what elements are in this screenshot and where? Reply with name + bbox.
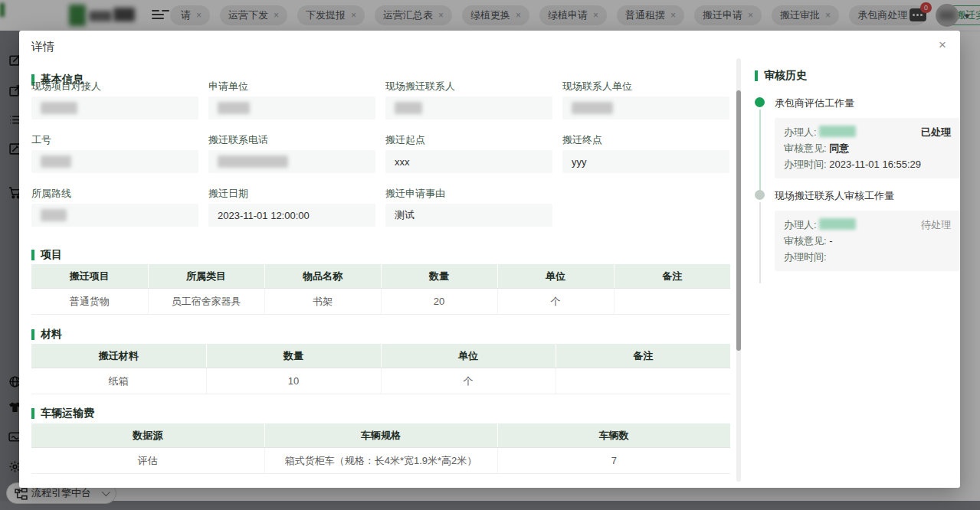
modal-scrollbar[interactable] bbox=[736, 58, 741, 482]
field-site-contact: 现场项目对接人 bbox=[31, 80, 198, 119]
field-work-id: 工号 bbox=[31, 133, 198, 173]
project-table: 搬迁项目 所属类目 物品名称 数量 单位 备注 普通货物 员工宿舍家器具 书架 … bbox=[31, 264, 730, 315]
table-header-row: 搬迁项目 所属类目 物品名称 数量 单位 备注 bbox=[31, 264, 730, 289]
audit-item-pending: 现场搬迁联系人审核工作量 待处理 办理人: 审核意见: - 办理时间: bbox=[755, 189, 960, 271]
close-icon[interactable]: × bbox=[939, 38, 946, 51]
redacted-value bbox=[41, 155, 71, 168]
field-value bbox=[31, 96, 198, 119]
field-phone: 搬迁联系电话 bbox=[208, 133, 375, 173]
status-badge: 已处理 bbox=[921, 124, 951, 140]
audit-opinion: 同意 bbox=[829, 142, 849, 154]
field-value bbox=[562, 96, 729, 119]
section-material: 材料 bbox=[31, 328, 62, 342]
field-origin: 搬迁起点 xxx bbox=[385, 133, 552, 173]
audit-card: 待处理 办理人: 审核意见: - 办理时间: bbox=[775, 211, 960, 271]
section-marker bbox=[755, 70, 758, 81]
redacted-value bbox=[395, 102, 422, 114]
table-row: 纸箱 10 个 bbox=[31, 368, 730, 394]
section-marker bbox=[31, 329, 34, 340]
field-value bbox=[31, 150, 198, 173]
audit-time: 2023-11-01 16:55:29 bbox=[829, 159, 921, 170]
field-value bbox=[208, 150, 375, 173]
table-header-row: 搬迁材料 数量 单位 备注 bbox=[31, 344, 730, 368]
material-table: 搬迁材料 数量 单位 备注 纸箱 10 个 bbox=[31, 344, 730, 394]
vehicle-table: 数据源 车辆规格 车辆数 评估 箱式货柜车（规格：长4米*宽1.9米*高2米） … bbox=[31, 423, 730, 474]
field-value: yyy bbox=[562, 150, 729, 173]
field-move-contact: 现场搬迁联系人 bbox=[385, 80, 552, 119]
redacted-value bbox=[218, 102, 250, 114]
audit-history-panel: 审核历史 承包商评估工作量 已处理 办理人: 审核意见: 同意 办理时间: 20… bbox=[755, 69, 960, 282]
status-badge: 待处理 bbox=[921, 217, 951, 233]
redacted-handler bbox=[819, 126, 856, 137]
timeline-dot-done bbox=[755, 97, 765, 107]
screen: 请× 运营下发× 下发提报× 运营汇总表× 绿植更换× 绿植申请× 普通租摆× … bbox=[0, 0, 980, 510]
field-apply-unit: 申请单位 bbox=[208, 80, 375, 119]
field-reason: 搬迁申请事由 测试 bbox=[385, 187, 552, 227]
field-value bbox=[31, 204, 198, 227]
field-move-date: 搬迁日期 2023-11-01 12:00:00 bbox=[208, 187, 375, 227]
field-value bbox=[385, 96, 552, 119]
section-marker bbox=[31, 408, 34, 419]
section-project: 项目 bbox=[31, 248, 62, 262]
section-marker bbox=[31, 250, 34, 260]
field-contact-unit: 现场联系人单位 bbox=[562, 80, 729, 119]
field-value: 2023-11-01 12:00:00 bbox=[208, 204, 375, 227]
scrollbar-thumb[interactable] bbox=[736, 90, 741, 351]
timeline-dot-pending bbox=[755, 190, 765, 200]
audit-item-done: 承包商评估工作量 已处理 办理人: 审核意见: 同意 办理时间: 2023-11… bbox=[755, 96, 960, 178]
detail-modal: 详情 × 基本信息 现场项目对接人 申请单位 现场搬迁联系人 现场联系人单位 bbox=[19, 31, 960, 488]
field-value: 测试 bbox=[385, 204, 552, 227]
timeline-line bbox=[759, 202, 761, 283]
field-route: 所属路线 bbox=[31, 187, 198, 227]
redacted-value bbox=[41, 102, 77, 114]
redacted-value bbox=[41, 209, 67, 221]
basic-info-grid: 现场项目对接人 申请单位 现场搬迁联系人 现场联系人单位 工号 搬迁联系电话 bbox=[31, 80, 730, 227]
table-header-row: 数据源 车辆规格 车辆数 bbox=[31, 423, 730, 448]
timeline-line bbox=[759, 110, 761, 191]
modal-title: 详情 bbox=[31, 40, 54, 54]
table-row: 评估 箱式货柜车（规格：长4米*宽1.9米*高2米） 7 bbox=[31, 448, 730, 474]
redacted-value bbox=[218, 155, 288, 168]
section-vehicle: 车辆运输费 bbox=[31, 407, 94, 420]
section-audit-history: 审核历史 bbox=[755, 69, 960, 83]
audit-card: 已处理 办理人: 审核意见: 同意 办理时间: 2023-11-01 16:55… bbox=[775, 118, 960, 178]
table-row: 普通货物 员工宿舍家器具 书架 20 个 bbox=[31, 289, 730, 315]
field-destination: 搬迁终点 yyy bbox=[562, 133, 729, 173]
field-value: xxx bbox=[385, 150, 552, 173]
redacted-handler bbox=[819, 218, 856, 230]
redacted-value bbox=[572, 102, 613, 114]
audit-opinion: - bbox=[829, 235, 832, 247]
field-value bbox=[208, 96, 375, 119]
